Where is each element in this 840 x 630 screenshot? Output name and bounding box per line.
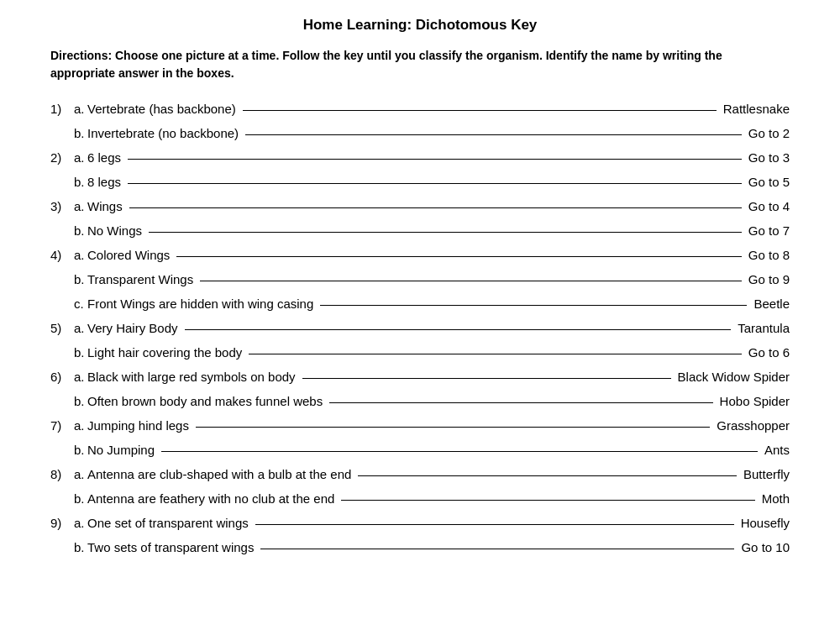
- item-line: [320, 305, 747, 306]
- item-answer: Go to 8: [748, 245, 790, 265]
- item-line: [243, 110, 717, 111]
- item-text: One set of transparent wings: [87, 513, 249, 533]
- item-number: 8): [50, 465, 74, 485]
- page-title: Home Learning: Dichotomous Key: [50, 17, 790, 34]
- item-letter: b.: [74, 440, 87, 460]
- key-group-4: 4) a. Colored Wings Go to 8 b. Transpare…: [50, 245, 790, 314]
- item-letter: a.: [74, 99, 87, 119]
- item-text: Antenna are feathery with no club at the…: [87, 489, 334, 509]
- item-line: [196, 427, 710, 428]
- item-number: 9): [50, 513, 74, 533]
- item-line: [245, 134, 742, 135]
- item-number: 3): [50, 197, 74, 217]
- item-line: [185, 329, 732, 330]
- item-answer: Grasshopper: [717, 416, 790, 436]
- directions: Directions: Choose one picture at a time…: [50, 47, 790, 82]
- item-line: [302, 378, 671, 379]
- item-text: Often brown body and makes funnel webs: [87, 391, 323, 412]
- key-item: b. Invertebrate (no backbone) Go to 2: [50, 123, 790, 144]
- item-line: [341, 500, 754, 501]
- item-answer: Go to 2: [748, 123, 790, 144]
- key-group-9: 9) a. One set of transparent wings House…: [50, 513, 790, 558]
- item-line: [329, 402, 712, 403]
- item-number: 5): [50, 318, 74, 339]
- item-line: [358, 475, 737, 476]
- key-group-5: 5) a. Very Hairy Body Tarantula b. Light…: [50, 318, 790, 363]
- item-text: Vertebrate (has backbone): [87, 99, 236, 119]
- item-line: [128, 183, 742, 184]
- key-item: b. Transparent Wings Go to 9: [50, 270, 790, 290]
- item-answer: Go to 7: [748, 221, 790, 241]
- item-letter: a.: [74, 416, 87, 436]
- item-answer: Beetle: [753, 294, 790, 314]
- item-text: Jumping hind legs: [87, 416, 189, 436]
- key-item: b. Two sets of transparent wings Go to 1…: [50, 538, 790, 558]
- key-item: 7) a. Jumping hind legs Grasshopper: [50, 416, 790, 436]
- key-list: 1) a. Vertebrate (has backbone) Rattlesn…: [50, 99, 790, 558]
- item-number: 2): [50, 148, 74, 168]
- item-letter: a.: [74, 197, 87, 217]
- item-line: [176, 256, 741, 257]
- item-line: [249, 354, 742, 354]
- item-letter: b.: [74, 538, 87, 558]
- item-letter: a.: [74, 318, 87, 339]
- key-group-6: 6) a. Black with large red symbols on bo…: [50, 367, 790, 412]
- key-item: c. Front Wings are hidden with wing casi…: [50, 294, 790, 314]
- key-item: b. Light hair covering the body Go to 6: [50, 343, 790, 363]
- item-letter: c.: [74, 294, 87, 314]
- key-group-2: 2) a. 6 legs Go to 3 b. 8 legs Go to 5: [50, 148, 790, 192]
- item-text: No Wings: [87, 221, 142, 241]
- item-answer: Go to 9: [748, 270, 790, 290]
- item-answer: Go to 6: [748, 343, 790, 363]
- item-letter: b.: [74, 221, 87, 241]
- item-letter: b.: [74, 123, 87, 144]
- item-number: 6): [50, 367, 74, 387]
- item-answer: Go to 10: [741, 538, 790, 558]
- key-item: 9) a. One set of transparent wings House…: [50, 513, 790, 533]
- item-answer: Go to 5: [748, 172, 790, 192]
- item-text: Transparent Wings: [87, 270, 193, 290]
- item-number: 1): [50, 99, 74, 119]
- key-group-1: 1) a. Vertebrate (has backbone) Rattlesn…: [50, 99, 790, 144]
- key-item: 2) a. 6 legs Go to 3: [50, 148, 790, 168]
- key-item: 4) a. Colored Wings Go to 8: [50, 245, 790, 265]
- item-answer: Tarantula: [738, 318, 790, 339]
- item-text: Very Hairy Body: [87, 318, 178, 339]
- key-item: 5) a. Very Hairy Body Tarantula: [50, 318, 790, 339]
- item-answer: Moth: [762, 489, 790, 509]
- item-text: Wings: [87, 197, 123, 217]
- item-letter: a.: [74, 465, 87, 485]
- item-letter: b.: [74, 270, 87, 290]
- item-text: 8 legs: [87, 172, 121, 192]
- item-line: [200, 281, 742, 281]
- item-letter: b.: [74, 343, 87, 363]
- item-line: [128, 159, 742, 160]
- key-item: b. No Jumping Ants: [50, 440, 790, 460]
- item-letter: b.: [74, 172, 87, 192]
- item-text: Two sets of transparent wings: [87, 538, 254, 558]
- item-number: 4): [50, 245, 74, 265]
- key-item: 3) a. Wings Go to 4: [50, 197, 790, 217]
- item-answer: Ants: [764, 440, 790, 460]
- item-answer: Rattlesnake: [723, 99, 790, 119]
- item-text: Invertebrate (no backbone): [87, 123, 239, 144]
- item-letter: a.: [74, 148, 87, 168]
- item-answer: Hobo Spider: [720, 391, 790, 412]
- item-letter: a.: [74, 513, 87, 533]
- item-text: 6 legs: [87, 148, 121, 168]
- item-letter: b.: [74, 489, 87, 509]
- item-answer: Go to 3: [748, 148, 790, 168]
- key-item: b. Often brown body and makes funnel web…: [50, 391, 790, 412]
- key-item: b. Antenna are feathery with no club at …: [50, 489, 790, 509]
- item-number: 7): [50, 416, 74, 436]
- item-text: No Jumping: [87, 440, 155, 460]
- item-answer: Butterfly: [743, 465, 790, 485]
- key-item: b. 8 legs Go to 5: [50, 172, 790, 192]
- item-line: [161, 451, 758, 452]
- item-text: Light hair covering the body: [87, 343, 242, 363]
- item-line: [255, 524, 734, 525]
- item-text: Colored Wings: [87, 245, 170, 265]
- item-answer: Go to 4: [748, 197, 790, 217]
- item-text: Antenna are club-shaped with a bulb at t…: [87, 465, 351, 485]
- item-line: [129, 207, 742, 208]
